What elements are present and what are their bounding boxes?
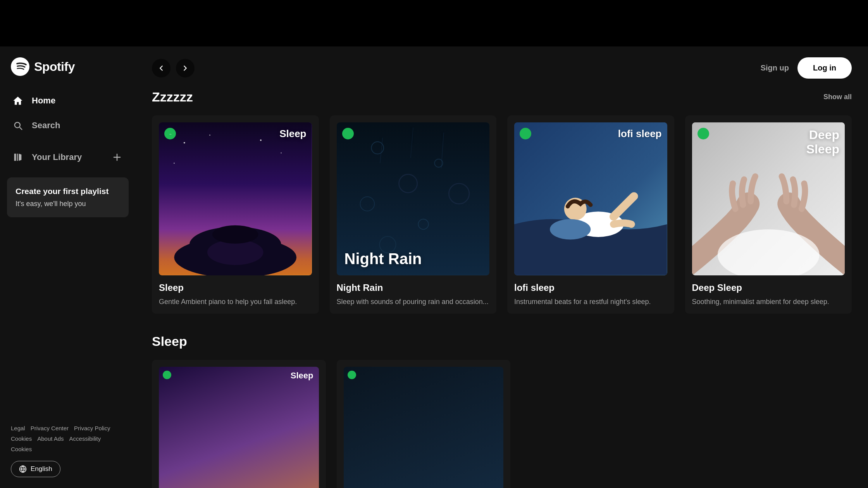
night-rain-card-title: Night Rain — [337, 282, 490, 293]
zzzzz-cards-grid: Sleep Sleep Gentle Ambient piano to help… — [152, 115, 852, 314]
library-header[interactable]: Your Library — [0, 144, 136, 170]
language-button[interactable]: English — [11, 461, 60, 477]
footer-links: Legal Privacy Center Privacy Policy Cook… — [11, 425, 125, 452]
lofi-sleep-card[interactable]: lofi sleep lofi sleep Instrumental beats… — [507, 115, 674, 314]
spotify-logo[interactable]: Spotify — [0, 57, 136, 85]
svg-point-33 — [700, 131, 706, 137]
create-playlist-box[interactable]: Create your first playlist It's easy, we… — [7, 177, 129, 217]
nav-arrows — [152, 59, 195, 77]
app-wrapper: Spotify Home — [0, 0, 868, 488]
svg-point-11 — [281, 153, 282, 154]
library-icon — [11, 150, 25, 164]
sleep-card-desc: Gentle Ambient piano to help you fall as… — [159, 297, 312, 307]
search-icon — [11, 119, 25, 132]
svg-point-8 — [184, 142, 185, 144]
footer-link-cookies2[interactable]: Cookies — [11, 446, 32, 452]
sleep-card-spotify-dot — [164, 128, 176, 139]
footer-link-about-ads[interactable]: About Ads — [37, 435, 64, 442]
deep-sleep-card-desc: Soothing, minimalist ambient for deep sl… — [692, 297, 845, 307]
sidebar-nav: Home Search — [0, 85, 136, 141]
bottom-empty-2 — [692, 360, 852, 488]
sleep-card-label: Sleep — [279, 128, 306, 140]
svg-point-0 — [11, 57, 29, 76]
lofi-sleep-card-desc: Instrumental beats for a restful night's… — [514, 297, 667, 307]
sleep-section: Sleep Sleep — [152, 334, 852, 488]
login-button[interactable]: Log in — [797, 57, 852, 79]
sidebar-footer: Legal Privacy Center Privacy Policy Cook… — [0, 414, 136, 488]
night-rain-card[interactable]: Night Rain Night Rain Sleep with sounds … — [330, 115, 497, 314]
search-label: Search — [32, 120, 60, 131]
deep-sleep-card-title: Deep Sleep — [692, 282, 845, 293]
sleep-card[interactable]: Sleep Sleep Gentle Ambient piano to help… — [152, 115, 319, 314]
svg-point-7 — [212, 225, 258, 244]
svg-point-10 — [260, 139, 262, 141]
create-playlist-title: Create your first playlist — [16, 187, 120, 196]
signup-button[interactable]: Sign up — [761, 64, 789, 72]
home-label: Home — [32, 96, 55, 106]
main-header: Sign up Log in — [136, 46, 868, 89]
zzzzz-section: Zzzzzz Show all — [152, 89, 852, 314]
night-rain-card-spotify-dot — [342, 128, 354, 139]
sleep-card-svg — [159, 122, 312, 275]
bottom-cards-grid: Sleep — [152, 360, 852, 488]
night-rain-card-image: Night Rain — [337, 122, 490, 275]
bottom-empty-1 — [521, 360, 681, 488]
footer-link-accessibility[interactable]: Accessibility — [69, 435, 101, 442]
bottom-sleep-card[interactable]: Sleep — [152, 360, 326, 488]
lofi-sleep-card-bg — [514, 122, 667, 275]
sleep-card-image: Sleep — [159, 122, 312, 275]
deep-sleep-spotify-dot — [698, 128, 709, 139]
svg-point-13 — [167, 131, 173, 137]
sleep-card-bg — [159, 122, 312, 275]
add-library-button[interactable] — [109, 149, 125, 165]
sidebar-item-search[interactable]: Search — [0, 113, 136, 138]
lofi-sleep-svg — [514, 122, 667, 275]
zzzzz-section-title: Zzzzzz — [152, 89, 193, 105]
svg-point-25 — [345, 131, 351, 137]
svg-point-9 — [209, 135, 210, 136]
spotify-icon — [11, 57, 29, 76]
svg-point-30 — [522, 131, 529, 137]
language-label: English — [31, 465, 52, 473]
home-icon — [11, 94, 25, 108]
back-button[interactable] — [152, 59, 170, 77]
create-playlist-subtitle: It's easy, we'll help you — [16, 200, 120, 208]
app-container: Spotify Home — [0, 46, 868, 488]
library-label: Your Library — [32, 152, 82, 162]
auth-buttons: Sign up Log in — [761, 57, 852, 79]
lofi-sleep-spotify-dot — [520, 128, 531, 139]
svg-point-12 — [174, 163, 175, 164]
deep-sleep-card-image: DeepSleep — [692, 122, 845, 275]
deep-sleep-card[interactable]: DeepSleep Deep Sleep Soothing, minimalis… — [685, 115, 852, 314]
main-content: Sign up Log in Zzzzzz Show all — [136, 46, 868, 488]
footer-link-privacy-policy[interactable]: Privacy Policy — [74, 425, 110, 431]
library-title-group: Your Library — [11, 150, 82, 164]
bottom-rain-card[interactable] — [337, 360, 511, 488]
svg-point-29 — [550, 219, 591, 240]
night-rain-label: Night Rain — [344, 250, 422, 268]
zzzzz-show-all[interactable]: Show all — [823, 93, 852, 101]
night-rain-card-desc: Sleep with sounds of pouring rain and oc… — [337, 297, 490, 307]
lofi-sleep-card-image: lofi sleep — [514, 122, 667, 275]
top-bar — [0, 0, 868, 46]
lofi-sleep-card-title: lofi sleep — [514, 282, 667, 293]
sidebar: Spotify Home — [0, 46, 136, 488]
footer-link-legal[interactable]: Legal — [11, 425, 25, 431]
sleep-section-title: Sleep — [152, 334, 187, 349]
sleep-card-title: Sleep — [159, 282, 312, 293]
zzzzz-section-header: Zzzzzz Show all — [152, 89, 852, 105]
lofi-sleep-label: lofi sleep — [618, 128, 662, 140]
footer-link-privacy-center[interactable]: Privacy Center — [31, 425, 69, 431]
main-body: Zzzzzz Show all — [136, 89, 868, 488]
spotify-wordmark: Spotify — [34, 60, 75, 74]
deep-sleep-label: DeepSleep — [806, 128, 839, 156]
sleep-section-header: Sleep — [152, 334, 852, 349]
footer-link-cookies[interactable]: Cookies — [11, 435, 32, 442]
sidebar-item-home[interactable]: Home — [0, 88, 136, 113]
forward-button[interactable] — [176, 59, 195, 77]
